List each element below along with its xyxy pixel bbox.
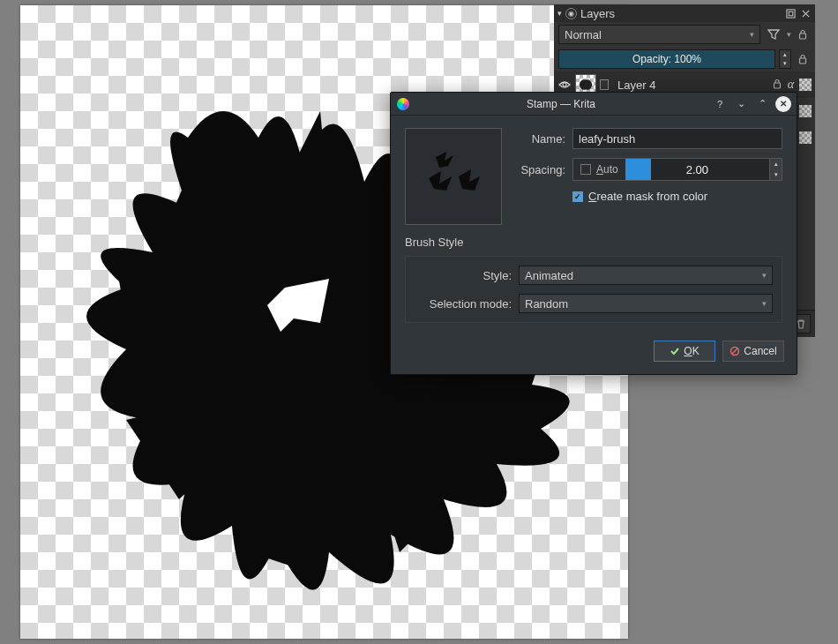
spacing-control[interactable]: AAutouto 2.00 ▴▾ [572, 158, 782, 181]
svg-rect-4 [800, 34, 806, 39]
blend-lock-icon[interactable] [795, 25, 811, 44]
opacity-spin[interactable]: ▴▾ [779, 49, 791, 69]
selection-mode-label: Selection mode: [415, 297, 512, 311]
auto-checkbox[interactable] [580, 164, 591, 175]
float-panel-icon[interactable] [785, 8, 797, 19]
brush-preview [405, 128, 502, 225]
chevron-down-icon: ▾ [762, 299, 767, 308]
svg-rect-1 [789, 11, 793, 16]
panel-icon: ◉ [565, 8, 577, 19]
spacing-spin[interactable]: ▴▾ [769, 159, 782, 180]
shade-down-icon[interactable]: ⌄ [733, 96, 749, 112]
shade-up-icon[interactable]: ⌃ [754, 96, 770, 112]
collapse-icon[interactable]: ▾ [557, 9, 562, 18]
filter-chevron-icon[interactable]: ▾ [787, 30, 791, 39]
spacing-label: Spacing: [513, 163, 565, 176]
brush-style-group-label: Brush Style [405, 236, 782, 249]
spacing-slider[interactable]: 2.00 [625, 159, 769, 180]
cancel-button[interactable]: Cancel [722, 341, 784, 362]
auto-label: AAutouto [596, 163, 618, 176]
dialog-titlebar[interactable]: Stamp — Krita ? ⌄ ⌃ ✕ [391, 93, 797, 116]
svg-rect-5 [800, 58, 806, 64]
close-icon[interactable]: ✕ [775, 96, 791, 112]
layers-titlebar[interactable]: ▾ ◉ Layers [554, 4, 815, 22]
blend-mode-value: Normal [565, 28, 602, 41]
style-combo[interactable]: Animated ▾ [519, 266, 773, 285]
help-icon[interactable]: ? [712, 96, 728, 112]
layer-name[interactable]: Layer 4 [612, 79, 768, 92]
style-value: Animated [525, 269, 573, 282]
chevron-down-icon: ▾ [750, 30, 754, 39]
stamp-dialog: Stamp — Krita ? ⌄ ⌃ ✕ Name: Spacing: [390, 92, 797, 375]
selection-mode-value: Random [525, 297, 568, 311]
brush-style-group: Style: Animated ▾ Selection mode: Random… [405, 256, 782, 323]
opacity-slider[interactable]: Opacity: 100% [558, 49, 775, 69]
dialog-title: Stamp — Krita [415, 98, 707, 110]
create-mask-label[interactable]: Create mask from color [588, 190, 707, 203]
alpha-checker-icon[interactable] [799, 105, 812, 117]
eye-icon[interactable] [557, 78, 572, 92]
blend-mode-combo[interactable]: Normal ▾ [558, 25, 760, 44]
krita-logo-icon [396, 97, 410, 111]
filter-icon[interactable] [764, 25, 783, 44]
svg-rect-7 [774, 83, 780, 88]
alpha-icon[interactable]: α [786, 78, 796, 92]
layer-mini-icon [600, 79, 609, 90]
chevron-down-icon: ▾ [762, 271, 767, 280]
alpha-checker-icon[interactable] [799, 131, 812, 144]
layers-title: Layers [580, 7, 615, 20]
svg-line-11 [732, 348, 737, 354]
spacing-value: 2.00 [686, 163, 708, 176]
create-mask-checkbox[interactable]: ✓ [572, 191, 583, 202]
svg-point-6 [563, 83, 566, 86]
alpha-checker-icon[interactable] [799, 79, 812, 91]
style-label: Style: [415, 269, 512, 282]
ok-button[interactable]: OKOK [654, 341, 715, 362]
opacity-label: Opacity: 100% [632, 53, 701, 65]
name-label: Name: [513, 132, 565, 146]
svg-rect-0 [787, 9, 795, 17]
opacity-lock-icon[interactable] [795, 49, 811, 69]
close-panel-icon[interactable] [800, 8, 812, 19]
selection-mode-combo[interactable]: Random ▾ [519, 294, 773, 313]
name-input[interactable] [572, 128, 782, 149]
lock-icon[interactable] [772, 79, 782, 92]
